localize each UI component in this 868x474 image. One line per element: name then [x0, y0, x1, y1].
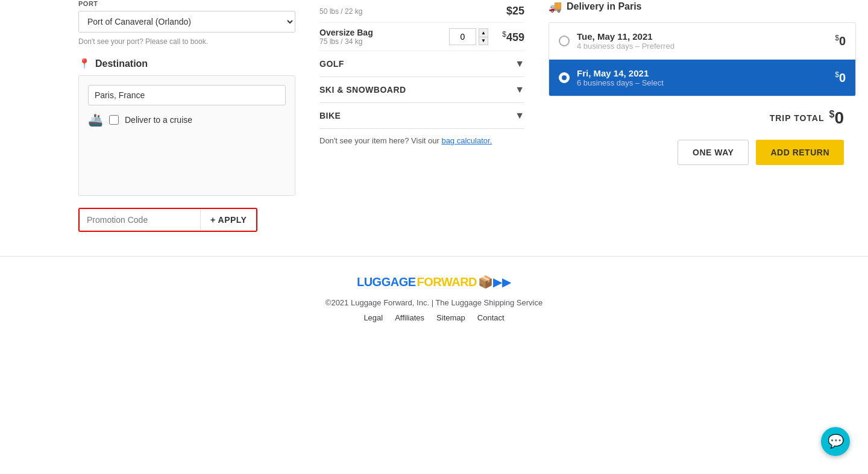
cruise-label: Deliver to a cruise: [125, 115, 192, 125]
destination-section: 📍 Destination 🚢 Deliver to a cruise: [78, 58, 295, 196]
bike-label: BIKE: [319, 111, 341, 120]
ski-arrow-icon: ▼: [515, 84, 524, 95]
golf-arrow-icon: ▼: [515, 58, 524, 69]
option-1-date: Tue, May 11, 2021: [577, 31, 835, 42]
trip-total-amount: $0: [829, 108, 844, 128]
footer: LUGGAGE FORWARD 📦▶▶ ©2021 Luggage Forwar…: [0, 256, 868, 340]
option-2-days: 6 business days – Select: [577, 78, 835, 87]
golf-label: GOLF: [319, 59, 344, 69]
golf-category[interactable]: GOLF ▼: [319, 51, 524, 77]
radio-btn-2[interactable]: [559, 72, 570, 83]
delivery-truck-icon: 🚚: [549, 0, 562, 13]
port-section: PORT Port of Canaveral (Orlando) Port of…: [78, 0, 295, 46]
qty-up-arrow[interactable]: ▲: [479, 28, 488, 37]
destination-input[interactable]: [88, 85, 286, 105]
no-item-text: Don't see your item here? Visit our bag …: [319, 136, 524, 145]
logo-forward-text: FORWARD: [417, 275, 477, 289]
qty-down-arrow[interactable]: ▼: [479, 37, 488, 45]
option-1-currency: $: [835, 34, 839, 42]
footer-legal-link[interactable]: Legal: [363, 313, 383, 322]
add-return-button[interactable]: ADD RETURN: [756, 140, 844, 165]
price-placeholder: $25: [506, 5, 524, 17]
promo-section: + APPLY: [78, 208, 295, 232]
option-1-info: Tue, May 11, 2021 4 business days – Pref…: [577, 31, 835, 51]
delivery-option-1[interactable]: Tue, May 11, 2021 4 business days – Pref…: [549, 23, 855, 60]
delivery-title: Delivery in Paris: [567, 1, 642, 12]
oversize-bag-qty: ▲ ▼: [449, 28, 488, 45]
delivery-options: Tue, May 11, 2021 4 business days – Pref…: [549, 22, 856, 96]
delivery-option-2[interactable]: Fri, May 14, 2021 6 business days – Sele…: [549, 60, 855, 96]
option-2-info: Fri, May 14, 2021 6 business days – Sele…: [577, 68, 835, 87]
weight-note: 50 lbs / 22 kg: [319, 7, 362, 16]
footer-copyright: ©2021 Luggage Forward, Inc. | The Luggag…: [12, 298, 856, 307]
ski-snowboard-category[interactable]: SKI & SNOWBOARD ▼: [319, 77, 524, 103]
bike-category[interactable]: BIKE ▼: [319, 103, 524, 129]
footer-sitemap-link[interactable]: Sitemap: [436, 313, 465, 322]
option-1-days: 4 business days – Preferred: [577, 42, 835, 51]
option-2-date: Fri, May 14, 2021: [577, 68, 835, 78]
oversize-bag-info: Oversize Bag 75 lbs / 34 kg: [319, 28, 449, 46]
delivery-header: 🚚 Delivery in Paris: [549, 0, 856, 13]
bag-calculator-link[interactable]: bag calculator.: [441, 136, 492, 145]
port-select[interactable]: Port of Canaveral (Orlando) Port of Miam…: [78, 11, 295, 33]
cruise-ship-icon: 🚢: [88, 113, 103, 127]
footer-links: Legal Affiliates Sitemap Contact: [12, 313, 856, 322]
oversize-bag-currency: $: [502, 30, 506, 39]
footer-logo: LUGGAGE FORWARD 📦▶▶: [12, 275, 856, 289]
promo-input[interactable]: [80, 209, 200, 231]
footer-affiliates-link[interactable]: Affiliates: [395, 313, 424, 322]
oversize-bag-name: Oversize Bag: [319, 28, 449, 37]
cruise-checkbox[interactable]: [109, 115, 119, 125]
footer-contact-link[interactable]: Contact: [477, 313, 505, 322]
oversize-bag-row: Oversize Bag 75 lbs / 34 kg ▲ ▼ $459: [319, 23, 524, 51]
bike-arrow-icon: ▼: [515, 110, 524, 121]
oversize-qty-input[interactable]: [449, 28, 476, 45]
chat-icon: 💬: [828, 434, 844, 449]
trip-total-row: TRIP TOTAL $0: [549, 108, 856, 128]
one-way-button[interactable]: ONE WAY: [678, 140, 749, 165]
option-2-price: $0: [835, 70, 846, 85]
chat-button[interactable]: 💬: [821, 427, 850, 456]
delivery-panel: 🚚 Delivery in Paris Tue, May 11, 2021 4 …: [536, 0, 868, 244]
promo-box: + APPLY: [78, 208, 257, 232]
oversize-bag-weight: 75 lbs / 34 kg: [319, 37, 449, 46]
destination-box: 🚢 Deliver to a cruise: [78, 75, 295, 196]
port-label: PORT: [78, 0, 295, 7]
logo-luggage-text: LUGGAGE: [357, 275, 416, 289]
action-buttons: ONE WAY ADD RETURN: [549, 140, 856, 165]
cruise-row: 🚢 Deliver to a cruise: [88, 113, 286, 127]
trip-total-label: TRIP TOTAL: [770, 113, 825, 123]
apply-button[interactable]: + APPLY: [201, 209, 256, 231]
destination-title: Destination: [95, 58, 148, 69]
option-1-price: $0: [835, 34, 846, 48]
port-hint: Don't see your port? Please call to book…: [78, 37, 295, 46]
oversize-bag-price: $459: [488, 30, 524, 44]
option-2-currency: $: [835, 70, 839, 79]
bags-panel: 50 lbs / 22 kg $25 Oversize Bag 75 lbs /…: [307, 0, 536, 244]
logo-arrows-icon: 📦▶▶: [478, 275, 511, 289]
location-icon: 📍: [78, 58, 90, 69]
ski-label: SKI & SNOWBOARD: [319, 85, 406, 95]
radio-btn-1[interactable]: [559, 36, 570, 46]
